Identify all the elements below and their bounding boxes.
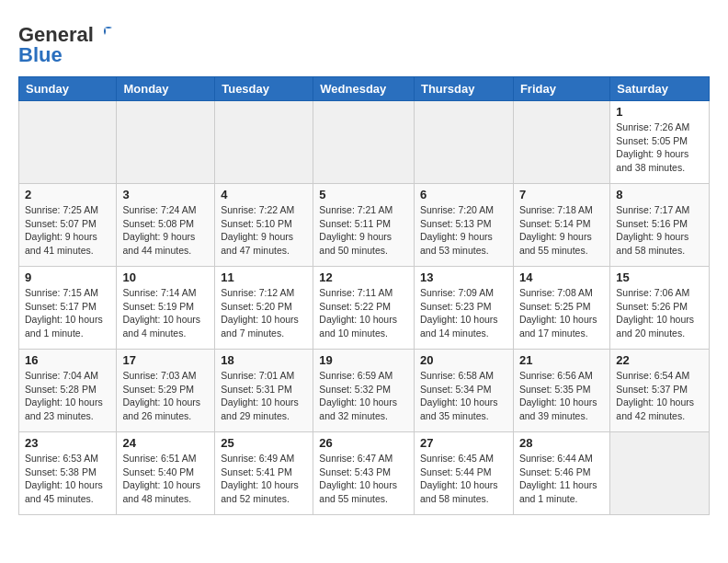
calendar-cell: 3Sunrise: 7:24 AMSunset: 5:08 PMDaylight… bbox=[117, 184, 215, 267]
day-info: Sunrise: 7:24 AMSunset: 5:08 PMDaylight:… bbox=[122, 203, 209, 258]
date-number: 20 bbox=[420, 353, 507, 367]
day-info: Sunrise: 7:18 AMSunset: 5:14 PMDaylight:… bbox=[519, 203, 604, 258]
day-info: Sunrise: 7:01 AMSunset: 5:31 PMDaylight:… bbox=[221, 369, 307, 423]
weekday-header-tuesday: Tuesday bbox=[215, 77, 313, 101]
date-number: 17 bbox=[122, 353, 209, 367]
day-info: Sunrise: 6:54 AMSunset: 5:37 PMDaylight:… bbox=[616, 369, 703, 423]
calendar-cell bbox=[313, 101, 415, 184]
date-number: 9 bbox=[25, 270, 110, 284]
calendar-cell: 7Sunrise: 7:18 AMSunset: 5:14 PMDaylight… bbox=[513, 184, 609, 267]
weekday-header-row: SundayMondayTuesdayWednesdayThursdayFrid… bbox=[19, 77, 710, 101]
date-number: 4 bbox=[221, 188, 307, 201]
date-number: 16 bbox=[25, 353, 110, 367]
logo: General Blue bbox=[18, 23, 114, 67]
calendar-cell: 5Sunrise: 7:21 AMSunset: 5:11 PMDaylight… bbox=[313, 184, 415, 267]
calendar-cell: 20Sunrise: 6:58 AMSunset: 5:34 PMDayligh… bbox=[414, 350, 513, 432]
date-number: 10 bbox=[122, 270, 209, 284]
weekday-header-monday: Monday bbox=[117, 77, 215, 101]
calendar-week-row: 2Sunrise: 7:25 AMSunset: 5:07 PMDaylight… bbox=[19, 184, 710, 267]
date-number: 3 bbox=[122, 188, 209, 201]
date-number: 24 bbox=[122, 436, 209, 450]
day-info: Sunrise: 7:09 AMSunset: 5:23 PMDaylight:… bbox=[420, 286, 507, 340]
day-info: Sunrise: 6:56 AMSunset: 5:35 PMDaylight:… bbox=[519, 369, 604, 423]
calendar-cell: 24Sunrise: 6:51 AMSunset: 5:40 PMDayligh… bbox=[117, 432, 215, 515]
calendar-cell bbox=[117, 101, 215, 184]
day-info: Sunrise: 7:17 AMSunset: 5:16 PMDaylight:… bbox=[616, 203, 703, 258]
weekday-header-thursday: Thursday bbox=[414, 77, 513, 101]
calendar-cell: 8Sunrise: 7:17 AMSunset: 5:16 PMDaylight… bbox=[610, 184, 710, 267]
day-info: Sunrise: 6:53 AMSunset: 5:38 PMDaylight:… bbox=[25, 452, 110, 506]
weekday-header-sunday: Sunday bbox=[19, 77, 117, 101]
date-number: 13 bbox=[420, 270, 507, 284]
date-number: 6 bbox=[420, 188, 507, 201]
calendar-week-row: 1Sunrise: 7:26 AMSunset: 5:05 PMDaylight… bbox=[19, 101, 710, 184]
day-info: Sunrise: 7:11 AMSunset: 5:22 PMDaylight:… bbox=[319, 286, 408, 340]
calendar-week-row: 16Sunrise: 7:04 AMSunset: 5:28 PMDayligh… bbox=[19, 350, 710, 432]
day-info: Sunrise: 7:20 AMSunset: 5:13 PMDaylight:… bbox=[420, 203, 507, 258]
calendar-cell bbox=[19, 101, 117, 184]
day-info: Sunrise: 6:49 AMSunset: 5:41 PMDaylight:… bbox=[221, 452, 307, 506]
weekday-header-wednesday: Wednesday bbox=[313, 77, 415, 101]
day-info: Sunrise: 6:51 AMSunset: 5:40 PMDaylight:… bbox=[122, 452, 209, 506]
calendar-table: SundayMondayTuesdayWednesdayThursdayFrid… bbox=[18, 76, 710, 515]
day-info: Sunrise: 7:06 AMSunset: 5:26 PMDaylight:… bbox=[616, 286, 703, 340]
date-number: 28 bbox=[519, 436, 604, 450]
weekday-header-friday: Friday bbox=[513, 77, 609, 101]
date-number: 5 bbox=[319, 188, 408, 201]
day-info: Sunrise: 7:26 AMSunset: 5:05 PMDaylight:… bbox=[616, 121, 703, 175]
calendar-cell: 10Sunrise: 7:14 AMSunset: 5:19 PMDayligh… bbox=[117, 267, 215, 350]
calendar-cell: 25Sunrise: 6:49 AMSunset: 5:41 PMDayligh… bbox=[215, 432, 313, 515]
calendar-cell: 1Sunrise: 7:26 AMSunset: 5:05 PMDaylight… bbox=[610, 101, 710, 184]
calendar-cell bbox=[215, 101, 313, 184]
calendar-cell: 18Sunrise: 7:01 AMSunset: 5:31 PMDayligh… bbox=[215, 350, 313, 432]
calendar-cell: 17Sunrise: 7:03 AMSunset: 5:29 PMDayligh… bbox=[117, 350, 215, 432]
logo-blue-text: Blue bbox=[18, 43, 63, 67]
calendar-cell: 2Sunrise: 7:25 AMSunset: 5:07 PMDaylight… bbox=[19, 184, 117, 267]
day-info: Sunrise: 6:44 AMSunset: 5:46 PMDaylight:… bbox=[519, 452, 604, 506]
date-number: 19 bbox=[319, 353, 408, 367]
header: General Blue bbox=[18, 18, 710, 67]
date-number: 27 bbox=[420, 436, 507, 450]
day-info: Sunrise: 7:15 AMSunset: 5:17 PMDaylight:… bbox=[25, 286, 110, 340]
calendar-cell: 12Sunrise: 7:11 AMSunset: 5:22 PMDayligh… bbox=[313, 267, 415, 350]
day-info: Sunrise: 6:47 AMSunset: 5:43 PMDaylight:… bbox=[319, 452, 408, 506]
calendar-cell: 14Sunrise: 7:08 AMSunset: 5:25 PMDayligh… bbox=[513, 267, 609, 350]
date-number: 2 bbox=[25, 188, 110, 201]
day-info: Sunrise: 7:12 AMSunset: 5:20 PMDaylight:… bbox=[221, 286, 307, 340]
calendar-cell: 21Sunrise: 6:56 AMSunset: 5:35 PMDayligh… bbox=[513, 350, 609, 432]
date-number: 18 bbox=[221, 353, 307, 367]
date-number: 7 bbox=[519, 188, 604, 201]
calendar-cell bbox=[414, 101, 513, 184]
day-info: Sunrise: 7:25 AMSunset: 5:07 PMDaylight:… bbox=[25, 203, 110, 258]
calendar-cell: 16Sunrise: 7:04 AMSunset: 5:28 PMDayligh… bbox=[19, 350, 117, 432]
date-number: 25 bbox=[221, 436, 307, 450]
date-number: 26 bbox=[319, 436, 408, 450]
day-info: Sunrise: 6:45 AMSunset: 5:44 PMDaylight:… bbox=[420, 452, 507, 506]
calendar-cell: 23Sunrise: 6:53 AMSunset: 5:38 PMDayligh… bbox=[19, 432, 117, 515]
weekday-header-saturday: Saturday bbox=[610, 77, 710, 101]
date-number: 22 bbox=[616, 353, 703, 367]
calendar-cell: 28Sunrise: 6:44 AMSunset: 5:46 PMDayligh… bbox=[513, 432, 609, 515]
calendar-cell: 6Sunrise: 7:20 AMSunset: 5:13 PMDaylight… bbox=[414, 184, 513, 267]
day-info: Sunrise: 7:14 AMSunset: 5:19 PMDaylight:… bbox=[122, 286, 209, 340]
logo-bird-icon bbox=[96, 26, 114, 40]
day-info: Sunrise: 7:08 AMSunset: 5:25 PMDaylight:… bbox=[519, 286, 604, 340]
calendar-cell: 19Sunrise: 6:59 AMSunset: 5:32 PMDayligh… bbox=[313, 350, 415, 432]
date-number: 14 bbox=[519, 270, 604, 284]
calendar-cell: 9Sunrise: 7:15 AMSunset: 5:17 PMDaylight… bbox=[19, 267, 117, 350]
calendar-cell: 26Sunrise: 6:47 AMSunset: 5:43 PMDayligh… bbox=[313, 432, 415, 515]
date-number: 1 bbox=[616, 105, 703, 119]
date-number: 15 bbox=[616, 270, 703, 284]
date-number: 11 bbox=[221, 270, 307, 284]
date-number: 12 bbox=[319, 270, 408, 284]
date-number: 23 bbox=[25, 436, 110, 450]
calendar-cell: 13Sunrise: 7:09 AMSunset: 5:23 PMDayligh… bbox=[414, 267, 513, 350]
day-info: Sunrise: 6:59 AMSunset: 5:32 PMDaylight:… bbox=[319, 369, 408, 423]
calendar-cell: 15Sunrise: 7:06 AMSunset: 5:26 PMDayligh… bbox=[610, 267, 710, 350]
calendar-cell: 4Sunrise: 7:22 AMSunset: 5:10 PMDaylight… bbox=[215, 184, 313, 267]
calendar-cell bbox=[610, 432, 710, 515]
calendar-cell: 11Sunrise: 7:12 AMSunset: 5:20 PMDayligh… bbox=[215, 267, 313, 350]
calendar-week-row: 23Sunrise: 6:53 AMSunset: 5:38 PMDayligh… bbox=[19, 432, 710, 515]
day-info: Sunrise: 6:58 AMSunset: 5:34 PMDaylight:… bbox=[420, 369, 507, 423]
day-info: Sunrise: 7:22 AMSunset: 5:10 PMDaylight:… bbox=[221, 203, 307, 258]
